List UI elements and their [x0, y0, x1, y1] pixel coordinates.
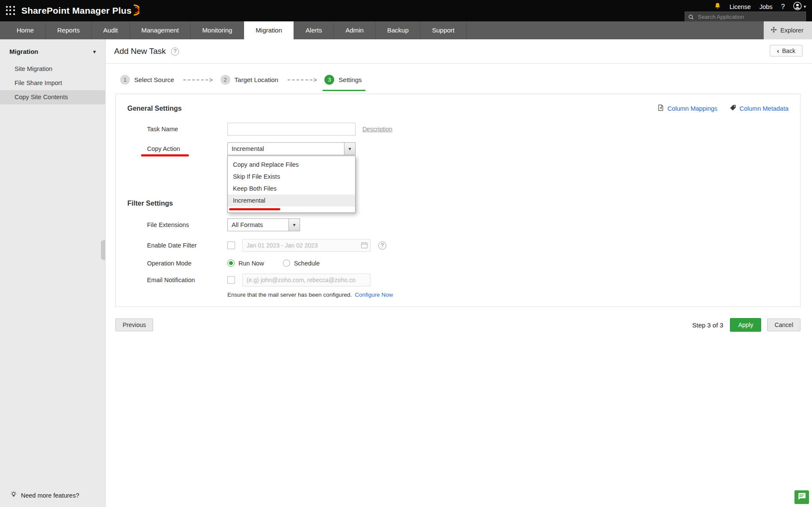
file-extensions-label: File Extensions [147, 221, 227, 228]
sidebar-item-file-share-import[interactable]: File Share Import [0, 76, 105, 90]
previous-button[interactable]: Previous [115, 318, 153, 331]
application-search[interactable] [685, 12, 806, 22]
configure-now-link[interactable]: Configure Now [355, 292, 393, 298]
date-filter-checkbox[interactable] [227, 242, 235, 249]
schedule-option[interactable]: Schedule [283, 259, 320, 267]
arrow-right-icon: > [209, 77, 212, 83]
need-more-features[interactable]: Need more features? [10, 491, 79, 499]
back-button[interactable]: ‹ Back [770, 45, 803, 56]
main-content: Add New Task ? ‹ Back 1 Select Source > … [106, 39, 812, 332]
sidebar-item-site-migration[interactable]: Site Migration [0, 62, 105, 76]
explorer-button[interactable]: Explorer [764, 21, 812, 39]
file-extensions-row: File Extensions All Formats ▾ [127, 218, 788, 231]
notification-bell-icon[interactable] [714, 3, 721, 11]
operation-mode-row: Operation Mode Run Now Schedule [127, 259, 788, 267]
option-keep-both-files[interactable]: Keep Both Files [228, 183, 355, 195]
page-title: Add New Task [114, 47, 166, 56]
option-incremental[interactable]: Incremental [228, 195, 355, 206]
run-now-radio[interactable] [227, 259, 235, 267]
apply-button[interactable]: Apply [730, 318, 761, 332]
date-range-input[interactable] [242, 239, 371, 252]
chevron-down-icon: ▾ [803, 4, 806, 9]
nav-tab-monitoring[interactable]: Monitoring [191, 21, 244, 39]
column-metadata-link[interactable]: Column Metadata [730, 104, 788, 112]
sidebar-item-copy-site-contents[interactable]: Copy Site Contents [0, 90, 105, 104]
avatar-icon [793, 2, 802, 12]
run-now-label: Run Now [238, 260, 264, 267]
apps-grid-icon[interactable] [6, 6, 15, 15]
step-select-source[interactable]: 1 Select Source [118, 75, 177, 91]
filter-settings-heading: Filter Settings [127, 200, 788, 207]
description-link[interactable]: Description [362, 126, 392, 133]
calendar-icon[interactable] [361, 242, 368, 251]
run-now-option[interactable]: Run Now [227, 259, 264, 267]
copy-action-label-text: Copy Action [147, 145, 180, 152]
schedule-label: Schedule [294, 260, 320, 267]
step-label: Settings [338, 76, 362, 83]
chevron-left-icon: ‹ [777, 47, 779, 54]
main-nav: Home Reports Audit Management Monitoring… [0, 21, 812, 39]
schedule-radio[interactable] [283, 259, 290, 267]
wizard-steps: 1 Select Source > 2 Target Location > 3 … [106, 64, 812, 91]
file-extensions-select[interactable]: All Formats ▾ [227, 218, 300, 231]
jobs-link[interactable]: Jobs [759, 3, 773, 10]
mail-note-text: Ensure that the mail server has been con… [227, 292, 352, 298]
chat-button[interactable] [794, 490, 809, 504]
copy-action-label: Copy Action [147, 145, 227, 152]
date-filter-label: Enable Date Filter [147, 242, 227, 249]
chat-bubble-icon [797, 492, 806, 503]
date-filter-help-icon[interactable]: ? [378, 242, 386, 250]
chevron-down-icon: ▾ [344, 143, 355, 155]
sidebar-section-migration[interactable]: Migration ▾ [0, 39, 105, 62]
step-settings[interactable]: 3 Settings [323, 75, 365, 91]
nav-tab-support[interactable]: Support [421, 21, 467, 39]
page-help-icon[interactable]: ? [171, 47, 179, 56]
column-metadata-icon [730, 104, 736, 112]
nav-tab-reports[interactable]: Reports [46, 21, 92, 39]
column-mappings-label: Column Mappings [668, 105, 718, 112]
need-more-features-label: Need more features? [21, 492, 79, 499]
mail-server-note: Ensure that the mail server has been con… [127, 292, 788, 298]
date-filter-row: Enable Date Filter ? [127, 239, 788, 252]
step-number: 1 [120, 75, 130, 85]
column-mappings-link[interactable]: Column Mappings [657, 104, 718, 112]
step-label: Select Source [134, 76, 174, 83]
lightbulb-icon [10, 491, 17, 499]
step-indicator: Step 3 of 3 [692, 321, 724, 329]
sidebar-collapse-handle[interactable] [101, 240, 105, 260]
help-icon[interactable]: ? [781, 3, 785, 11]
option-copy-and-replace-files[interactable]: Copy and Replace Files [228, 159, 355, 171]
explorer-label: Explorer [780, 27, 803, 34]
nav-tab-migration[interactable]: Migration [244, 21, 294, 39]
license-link[interactable]: License [730, 3, 751, 10]
cancel-button[interactable]: Cancel [767, 318, 800, 331]
nav-tab-alerts[interactable]: Alerts [294, 21, 334, 39]
email-input[interactable] [242, 274, 371, 286]
task-name-label: Task Name [147, 126, 227, 133]
step-target-location[interactable]: 2 Target Location [219, 75, 282, 91]
file-extensions-value: All Formats [228, 221, 288, 228]
copy-action-value: Incremental [228, 145, 344, 152]
general-settings-heading: General Settings [127, 105, 182, 112]
search-input[interactable] [697, 13, 806, 21]
nav-tab-admin[interactable]: Admin [334, 21, 376, 39]
step-connector: > [288, 77, 317, 83]
option-skip-if-file-exists[interactable]: Skip If File Exists [228, 171, 355, 183]
user-menu[interactable]: ▾ [793, 2, 806, 12]
sidebar: Migration ▾ Site Migration File Share Im… [0, 39, 106, 507]
back-label: Back [782, 47, 795, 54]
copy-action-select[interactable]: Incremental ▾ [227, 142, 356, 155]
task-name-row: Task Name Description [127, 123, 788, 136]
step-number: 2 [221, 75, 230, 85]
step-number: 3 [324, 75, 334, 85]
nav-tab-management[interactable]: Management [130, 21, 191, 39]
copy-action-dropdown: Copy and Replace Files Skip If File Exis… [227, 156, 356, 213]
app-title: SharePoint Manager Plus [21, 6, 132, 16]
task-name-input[interactable] [227, 123, 356, 136]
nav-tab-home[interactable]: Home [5, 21, 46, 39]
nav-tab-backup[interactable]: Backup [376, 21, 421, 39]
nav-tab-audit[interactable]: Audit [92, 21, 130, 39]
email-notification-checkbox[interactable] [227, 276, 235, 284]
settings-panel: General Settings Column Mappings [115, 94, 800, 307]
annotation-underline-incremental [229, 208, 280, 210]
